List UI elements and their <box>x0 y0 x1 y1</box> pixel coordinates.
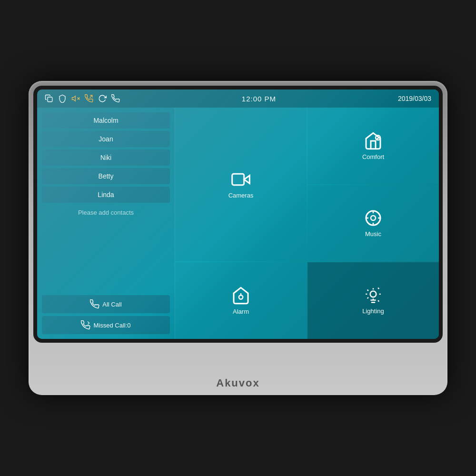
phone-icon <box>111 94 120 103</box>
screen: 12:00 PM 2019/03/03 Malcolm Joan Niki Be… <box>37 89 439 339</box>
all-call-button[interactable]: All Call <box>42 295 170 313</box>
device-frame: 12:00 PM 2019/03/03 Malcolm Joan Niki Be… <box>29 81 447 395</box>
alarm-label: Alarm <box>233 308 249 315</box>
left-panel: Malcolm Joan Niki Betty Linda Please add… <box>37 108 175 339</box>
comfort-icon <box>364 131 383 150</box>
music-icon <box>364 208 383 228</box>
add-contacts-text: Please add contacts <box>42 209 170 216</box>
contact-joan[interactable]: Joan <box>42 131 170 147</box>
cameras-icon <box>231 170 250 189</box>
missed-call-icon <box>81 320 90 330</box>
svg-point-6 <box>371 216 376 220</box>
copy-icon <box>45 94 53 103</box>
alarm-icon <box>231 286 250 305</box>
status-date: 2019/03/03 <box>398 95 431 102</box>
comfort-cell[interactable]: Comfort <box>307 108 439 184</box>
contact-niki[interactable]: Niki <box>42 149 170 166</box>
contact-betty[interactable]: Betty <box>42 168 170 184</box>
refresh-icon <box>98 94 107 103</box>
action-buttons: All Call Missed Call:0 <box>42 295 170 334</box>
svg-rect-0 <box>48 97 52 102</box>
lighting-label: Lighting <box>362 307 384 315</box>
missed-call-button[interactable]: Missed Call:0 <box>42 316 170 334</box>
all-call-icon <box>90 299 99 309</box>
lighting-icon <box>364 287 382 305</box>
svg-point-8 <box>370 291 377 298</box>
right-panel: Cameras Comfort <box>175 108 439 339</box>
brand-label: Akuvox <box>29 377 447 389</box>
shield-icon <box>58 94 67 103</box>
status-bar: 12:00 PM 2019/03/03 <box>37 89 439 108</box>
status-icons <box>45 94 120 103</box>
status-time: 12:00 PM <box>242 95 276 103</box>
svg-rect-3 <box>232 174 244 185</box>
all-call-label: All Call <box>102 301 121 308</box>
main-content: Malcolm Joan Niki Betty Linda Please add… <box>37 108 439 339</box>
contact-malcolm[interactable]: Malcolm <box>42 112 170 129</box>
screen-bezel: 12:00 PM 2019/03/03 Malcolm Joan Niki Be… <box>33 86 443 343</box>
alarm-cell[interactable]: Alarm <box>175 262 307 339</box>
lighting-cell[interactable]: Lighting <box>307 262 439 339</box>
contact-linda[interactable]: Linda <box>42 187 170 203</box>
svg-point-7 <box>239 295 243 299</box>
comfort-label: Comfort <box>362 153 384 160</box>
cameras-cell[interactable]: Cameras <box>175 108 307 261</box>
missed-call-label: Missed Call:0 <box>93 322 130 329</box>
music-label: Music <box>365 230 381 238</box>
contact-list: Malcolm Joan Niki Betty Linda <box>42 112 170 203</box>
mute-icon <box>71 94 80 103</box>
cameras-label: Cameras <box>228 192 254 199</box>
music-cell[interactable]: Music <box>307 185 439 262</box>
call-forward-icon <box>85 94 93 103</box>
